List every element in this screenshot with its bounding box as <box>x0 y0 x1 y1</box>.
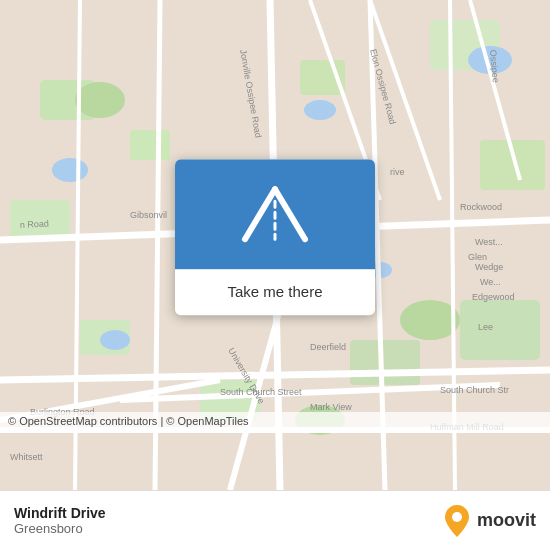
svg-point-15 <box>100 330 130 350</box>
svg-point-11 <box>75 82 125 118</box>
map-container: n Road Ossipee Elon Ossipee Road Jonvill… <box>0 0 550 490</box>
svg-text:Deerfield: Deerfield <box>310 342 346 352</box>
moovit-logo: moovit <box>441 503 536 539</box>
svg-text:rive: rive <box>390 167 405 177</box>
svg-point-14 <box>52 158 88 182</box>
location-info: Windrift Drive Greensboro <box>14 505 106 536</box>
svg-text:South Church Street: South Church Street <box>220 387 302 397</box>
svg-text:We...: We... <box>480 277 501 287</box>
moovit-label: moovit <box>477 510 536 531</box>
svg-text:Whitsett: Whitsett <box>10 452 43 462</box>
svg-line-57 <box>245 189 275 239</box>
svg-text:Mark View: Mark View <box>310 402 352 412</box>
card-button-area[interactable]: Take me there <box>175 269 375 315</box>
svg-text:South Church Str: South Church Str <box>440 385 509 395</box>
svg-text:West...: West... <box>475 237 503 247</box>
svg-rect-5 <box>350 340 420 385</box>
location-city: Greensboro <box>14 521 106 536</box>
svg-text:Gibsonvil: Gibsonvil <box>130 210 167 220</box>
attribution-bar: © OpenStreetMap contributors | © OpenMap… <box>0 412 550 430</box>
attribution-text: © OpenStreetMap contributors | © OpenMap… <box>8 415 249 427</box>
svg-point-60 <box>452 512 462 522</box>
svg-text:Wedge: Wedge <box>475 262 503 272</box>
svg-text:Glen: Glen <box>468 252 487 262</box>
svg-text:n Road: n Road <box>20 218 50 230</box>
bottom-bar: Windrift Drive Greensboro moovit <box>0 490 550 550</box>
svg-line-58 <box>275 189 305 239</box>
location-name: Windrift Drive <box>14 505 106 521</box>
svg-text:Edgewood: Edgewood <box>472 292 515 302</box>
card-icon-area <box>175 159 375 269</box>
moovit-pin-icon <box>441 503 473 539</box>
svg-text:Rockwood: Rockwood <box>460 202 502 212</box>
take-me-there-button[interactable]: Take me there <box>227 283 322 300</box>
highway-icon <box>235 179 315 249</box>
svg-point-18 <box>304 100 336 120</box>
svg-rect-7 <box>130 130 170 160</box>
navigation-card: Take me there <box>175 159 375 315</box>
svg-point-12 <box>400 300 460 340</box>
svg-rect-2 <box>460 300 540 360</box>
svg-text:Lee: Lee <box>478 322 493 332</box>
